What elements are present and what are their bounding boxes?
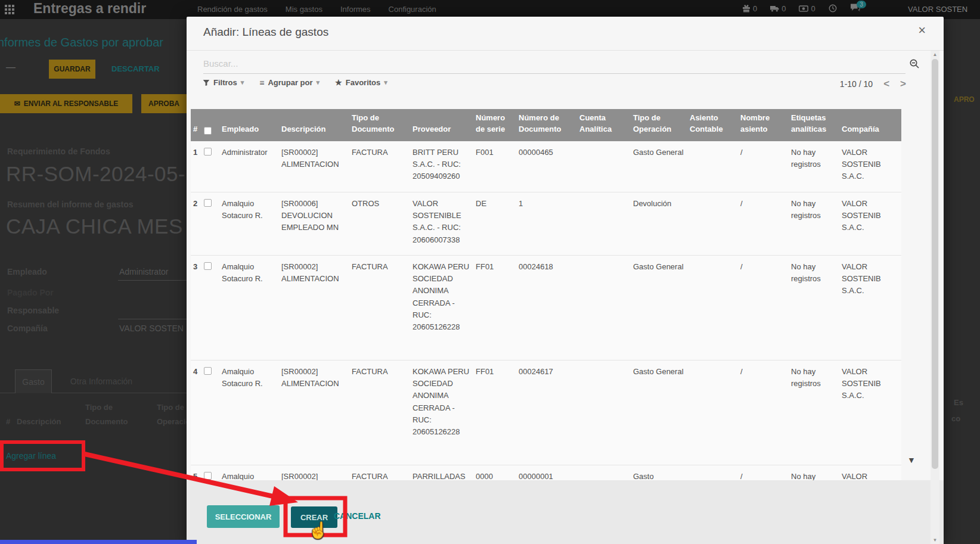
cell-tipo-operacion: Gasto General [633, 256, 690, 360]
cell-asiento-contable [690, 465, 740, 480]
cell-descripcion: [SR00002] ALIMENTACION [281, 360, 352, 465]
table-header-row: #EmpleadoDescripciónTipo de DocumentoPro… [191, 109, 901, 141]
cell-etiquetas-analiticas: No hay [791, 465, 842, 480]
mouse-cursor: ☝ [308, 521, 328, 540]
cell-nombre-asiento: / [740, 141, 791, 192]
checkbox-icon [204, 199, 212, 207]
row-checkbox[interactable] [204, 465, 222, 480]
cell-numero-documento: 00024618 [519, 256, 579, 360]
group-by-icon: ≡ [259, 79, 264, 86]
col-header-nombre-asiento[interactable]: Nombre asiento [740, 109, 791, 141]
row-checkbox[interactable] [204, 141, 222, 192]
cell-tipo-documento: FACTURA [352, 465, 413, 480]
cell-num: 1 [191, 141, 204, 192]
close-icon[interactable]: × [918, 23, 926, 38]
row-checkbox[interactable] [204, 256, 222, 360]
agrupar-por-button[interactable]: ≡Agrupar por▾ [259, 78, 320, 87]
cell-descripcion: [SR00002] [281, 465, 352, 480]
expense-line-row[interactable]: 3Amalquio Sotacuro R.[SR00002] ALIMENTAC… [191, 256, 901, 360]
cell-descripcion: [SR00002] ALIMENTACION [281, 141, 352, 192]
expense-line-row[interactable]: 1Administrator[SR00002] ALIMENTACIONFACT… [191, 141, 901, 192]
cell-asiento-contable [690, 141, 740, 192]
col-header-empleado[interactable]: Empleado [222, 109, 281, 141]
cell-tipo-operacion: Gasto General [633, 360, 690, 465]
row-checkbox[interactable] [204, 192, 222, 256]
col-header-etiquetas-analiticas[interactable]: Etiquetas analíticas [791, 109, 842, 141]
expense-lines-table: #EmpleadoDescripciónTipo de DocumentoPro… [191, 109, 901, 480]
cell-tipo-operacion: Gasto General [633, 141, 690, 192]
expense-line-row[interactable]: 5Amalquio[SR00002]FACTURAPARRILLADAS0000… [191, 465, 901, 480]
col-header-numero-serie[interactable]: Número de serie [476, 109, 519, 141]
cell-empleado: Administrator [222, 141, 281, 192]
filter-label: Agrupar por [268, 78, 312, 87]
scrollbar-up-icon[interactable]: ▲ [931, 52, 939, 57]
screen: Entregas a rendir Rendición de gastosMis… [0, 0, 980, 544]
cell-tipo-documento: FACTURA [352, 141, 413, 192]
cell-etiquetas-analiticas: No hay registros [791, 141, 842, 192]
cell-nombre-asiento: / [740, 360, 791, 465]
cell-numero-documento: 00024617 [519, 360, 579, 465]
search-icon[interactable] [909, 58, 920, 72]
modal-footer: SELECCIONAR CREAR CANCELAR [187, 480, 944, 544]
cell-numero-documento: 00000465 [519, 141, 579, 192]
cell-asiento-contable [690, 256, 740, 360]
cell-asiento-contable [690, 192, 740, 256]
seleccionar-button[interactable]: SELECCIONAR [207, 505, 280, 528]
star-icon: ★ [335, 79, 342, 86]
cancelar-button[interactable]: CANCELAR [334, 511, 381, 521]
cell-tipo-documento: FACTURA [352, 256, 413, 360]
cell-descripcion: [SR00002] ALIMENTACION [281, 256, 352, 360]
cell-proveedor: KOKAWA PERU SOCIEDAD ANONIMA CERRADA - R… [413, 256, 476, 360]
cell-empleado: Amalquio Sotacuro R. [222, 360, 281, 465]
modal-scrollbar[interactable]: ▲ ▼ [931, 51, 939, 544]
search-input[interactable] [203, 55, 859, 71]
col-header-asiento-contable[interactable]: Asiento Contable [690, 109, 740, 141]
cell-etiquetas-analiticas: No hay registros [791, 256, 842, 360]
col-header-tipo-documento[interactable]: Tipo de Documento [352, 109, 413, 141]
scrollbar-down-icon[interactable]: ▼ [931, 537, 939, 543]
favoritos-button[interactable]: ★Favoritos▾ [335, 78, 387, 87]
filter-label: Filtros [213, 78, 237, 87]
expense-lines-table-wrap: #EmpleadoDescripciónTipo de DocumentoPro… [191, 94, 924, 480]
cell-numero-serie: FF01 [476, 256, 519, 360]
cell-numero-documento: 00000001 [519, 465, 579, 480]
select-all-checkbox[interactable] [204, 109, 222, 141]
cell-tipo-operacion: Gasto [633, 465, 690, 480]
chevron-down-icon: ▾ [317, 79, 320, 86]
col-header-proveedor[interactable]: Proveedor [413, 109, 476, 141]
cell-cuenta-analitica [579, 141, 633, 192]
search-underline [203, 73, 905, 74]
cell-compania: VALOR SOSTENIB S.A.C. [842, 360, 901, 465]
pager-prev-icon[interactable]: < [883, 78, 889, 90]
cell-empleado: Amalquio Sotacuro R. [222, 192, 281, 256]
filtros-button[interactable]: Filtros▾ [203, 78, 244, 87]
cell-proveedor: PARRILLADAS [413, 465, 476, 480]
col-header-cuenta-analitica[interactable]: Cuenta Analítica [579, 109, 633, 141]
chevron-down-icon: ▾ [241, 79, 244, 86]
cell-num: 4 [191, 360, 204, 465]
cell-empleado: Amalquio Sotacuro R. [222, 256, 281, 360]
col-header-compania[interactable]: Compañía [842, 109, 901, 141]
expense-line-row[interactable]: 4Amalquio Sotacuro R.[SR00002] ALIMENTAC… [191, 360, 901, 465]
cell-num: 2 [191, 192, 204, 256]
col-header-num[interactable]: # [191, 109, 204, 141]
cell-empleado: Amalquio [222, 465, 281, 480]
pager-next-icon[interactable]: > [900, 78, 906, 90]
row-checkbox[interactable] [204, 360, 222, 465]
cell-num: 3 [191, 256, 204, 360]
chevron-down-icon: ▾ [384, 79, 387, 86]
col-header-tipo-operacion[interactable]: Tipo de Operación [633, 109, 690, 141]
cell-cuenta-analitica [579, 360, 633, 465]
pager: 1-10 / 10 < > [840, 78, 906, 90]
scrollbar-thumb[interactable] [932, 59, 938, 469]
col-header-descripcion[interactable]: Descripción [281, 109, 352, 141]
cell-proveedor: VALOR SOSTENIBLE S.A.C. - RUC: 206060073… [413, 192, 476, 256]
filter-label: Favoritos [346, 78, 381, 87]
table-scroll-down-icon[interactable]: ▼ [907, 455, 916, 465]
cell-cuenta-analitica [579, 256, 633, 360]
expense-line-row[interactable]: 2Amalquio Sotacuro R.[SR00006] DEVOLUCIO… [191, 192, 901, 256]
checkbox-icon [204, 148, 212, 156]
add-expense-lines-modal: Añadir: Líneas de gastos × Filtros▾≡Agru… [187, 17, 944, 544]
cell-numero-serie: F001 [476, 141, 519, 192]
col-header-numero-documento[interactable]: Número de Documento [519, 109, 579, 141]
